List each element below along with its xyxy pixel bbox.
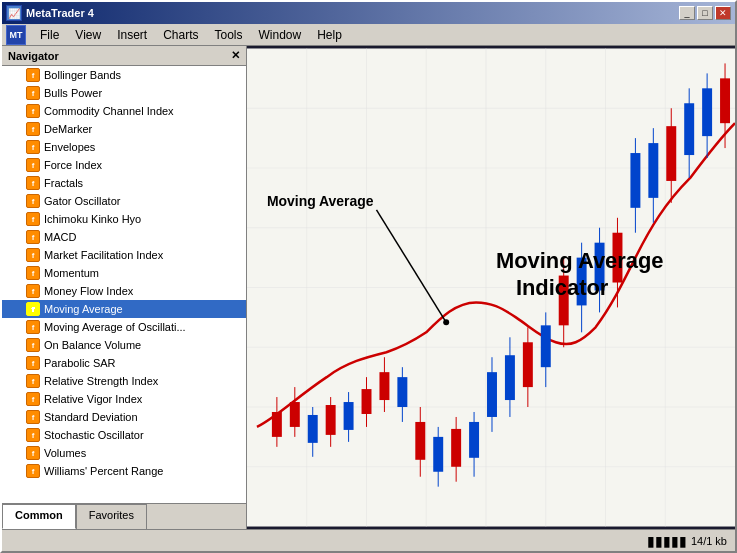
menu-help[interactable]: Help <box>309 26 350 44</box>
svg-rect-66 <box>720 78 730 123</box>
svg-rect-18 <box>290 402 300 427</box>
navigator-close-button[interactable]: ✕ <box>231 49 240 62</box>
navigator-tabs: Common Favorites <box>2 503 246 529</box>
indicator-icon: f <box>26 122 40 136</box>
indicator-icon: f <box>26 428 40 442</box>
nav-item-gator[interactable]: f Gator Oscillator <box>2 192 246 210</box>
indicator-icon: f <box>26 158 40 172</box>
nav-item-momentum[interactable]: f Momentum <box>2 264 246 282</box>
indicator-icon: f <box>26 338 40 352</box>
nav-item-fractals[interactable]: f Fractals <box>2 174 246 192</box>
svg-rect-30 <box>397 377 407 407</box>
svg-rect-32 <box>415 422 425 460</box>
nav-item-force[interactable]: f Force Index <box>2 156 246 174</box>
nav-label: Williams' Percent Range <box>44 465 163 477</box>
chart-area: Moving Average Moving Average Indicator <box>247 46 735 529</box>
svg-rect-56 <box>630 153 640 208</box>
nav-label: Fractals <box>44 177 83 189</box>
nav-item-moving-average-osc[interactable]: f Moving Average of Oscillati... <box>2 318 246 336</box>
nav-item-volumes[interactable]: f Volumes <box>2 444 246 462</box>
nav-item-bollinger[interactable]: f Bollinger Bands <box>2 66 246 84</box>
nav-label: Stochastic Oscillator <box>44 429 144 441</box>
svg-text:Moving Average: Moving Average <box>267 193 374 209</box>
menu-file[interactable]: File <box>32 26 67 44</box>
nav-item-stddev[interactable]: f Standard Deviation <box>2 408 246 426</box>
nav-label: MACD <box>44 231 76 243</box>
svg-text:Moving Average: Moving Average <box>496 248 664 273</box>
indicator-icon: f <box>26 230 40 244</box>
navigator-header: Navigator ✕ <box>2 46 246 66</box>
navigator-list[interactable]: f Bollinger Bands f Bulls Power f Commod… <box>2 66 246 503</box>
nav-item-rvi[interactable]: f Relative Vigor Index <box>2 390 246 408</box>
nav-item-envelopes[interactable]: f Envelopes <box>2 138 246 156</box>
indicator-icon: f <box>26 392 40 406</box>
indicator-icon: f <box>26 302 40 316</box>
menu-tools[interactable]: Tools <box>207 26 251 44</box>
indicator-icon: f <box>26 374 40 388</box>
indicator-icon: f <box>26 68 40 82</box>
tab-common[interactable]: Common <box>2 504 76 529</box>
nav-item-bulls[interactable]: f Bulls Power <box>2 84 246 102</box>
nav-label: Volumes <box>44 447 86 459</box>
close-button[interactable]: ✕ <box>715 6 731 20</box>
nav-item-macd[interactable]: f MACD <box>2 228 246 246</box>
nav-label: Momentum <box>44 267 99 279</box>
nav-label: Market Facilitation Index <box>44 249 163 261</box>
indicator-icon: f <box>26 464 40 478</box>
nav-label: Moving Average of Oscillati... <box>44 321 186 333</box>
svg-rect-40 <box>487 372 497 417</box>
nav-item-rsi[interactable]: f Relative Strength Index <box>2 372 246 390</box>
indicator-icon: f <box>26 284 40 298</box>
nav-item-williams[interactable]: f Williams' Percent Range <box>2 462 246 480</box>
minimize-button[interactable]: _ <box>679 6 695 20</box>
menu-insert[interactable]: Insert <box>109 26 155 44</box>
navigator-panel: Navigator ✕ f Bollinger Bands f Bulls Po… <box>2 46 247 529</box>
svg-text:Indicator: Indicator <box>516 275 609 300</box>
indicator-icon: f <box>26 410 40 424</box>
status-size-text: 14/1 kb <box>691 535 727 547</box>
svg-rect-16 <box>272 412 282 437</box>
main-window: 📈 MetaTrader 4 _ □ ✕ MT File View Insert… <box>0 0 737 553</box>
tab-favorites[interactable]: Favorites <box>76 504 147 529</box>
svg-rect-22 <box>326 405 336 435</box>
nav-label: Ichimoku Kinko Hyo <box>44 213 141 225</box>
menu-view[interactable]: View <box>67 26 109 44</box>
status-bar: ▮▮▮▮▮ 14/1 kb <box>2 529 735 551</box>
nav-item-parabolic[interactable]: f Parabolic SAR <box>2 354 246 372</box>
indicator-icon: f <box>26 248 40 262</box>
nav-item-ichimoku[interactable]: f Ichimoku Kinko Hyo <box>2 210 246 228</box>
nav-label: Standard Deviation <box>44 411 138 423</box>
status-chart-icon: ▮▮▮▮▮ <box>647 533 687 549</box>
indicator-icon: f <box>26 266 40 280</box>
nav-label: DeMarker <box>44 123 92 135</box>
nav-item-demarker[interactable]: f DeMarker <box>2 120 246 138</box>
svg-rect-24 <box>344 402 354 430</box>
nav-label: Gator Oscillator <box>44 195 120 207</box>
nav-item-obv[interactable]: f On Balance Volume <box>2 336 246 354</box>
menu-window[interactable]: Window <box>251 26 310 44</box>
svg-rect-60 <box>666 126 676 181</box>
nav-label: Bollinger Bands <box>44 69 121 81</box>
svg-rect-34 <box>433 437 443 472</box>
svg-rect-26 <box>362 389 372 414</box>
nav-item-moneyflow[interactable]: f Money Flow Index <box>2 282 246 300</box>
svg-rect-46 <box>541 325 551 367</box>
svg-rect-38 <box>469 422 479 458</box>
indicator-icon: f <box>26 320 40 334</box>
navigator-title: Navigator <box>8 50 59 62</box>
menu-charts[interactable]: Charts <box>155 26 206 44</box>
svg-rect-42 <box>505 355 515 400</box>
indicator-icon: f <box>26 194 40 208</box>
menu-app-icon: MT <box>6 25 26 45</box>
nav-label: Force Index <box>44 159 102 171</box>
nav-item-mfi[interactable]: f Market Facilitation Index <box>2 246 246 264</box>
maximize-button[interactable]: □ <box>697 6 713 20</box>
svg-rect-20 <box>308 415 318 443</box>
nav-label: Moving Average <box>44 303 123 315</box>
nav-label: Relative Strength Index <box>44 375 158 387</box>
nav-item-stochastic[interactable]: f Stochastic Oscillator <box>2 426 246 444</box>
title-bar-left: 📈 MetaTrader 4 <box>6 5 94 21</box>
nav-item-moving-average[interactable]: f Moving Average <box>2 300 246 318</box>
nav-item-cci[interactable]: f Commodity Channel Index <box>2 102 246 120</box>
chart-svg: Moving Average Moving Average Indicator <box>247 46 735 529</box>
